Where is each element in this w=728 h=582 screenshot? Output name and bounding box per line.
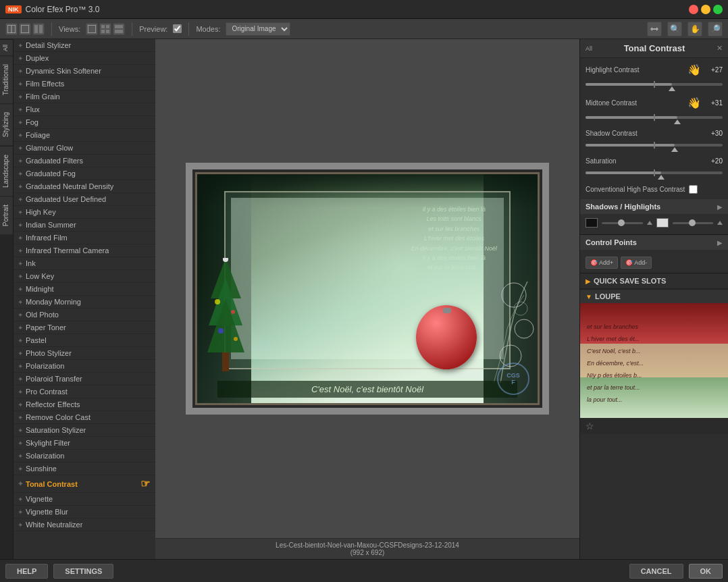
remove-control-point-btn[interactable]: 🎯 Add- [621, 257, 652, 269]
cancel-button[interactable]: CANCEL [629, 564, 683, 579]
maximize-button[interactable] [713, 5, 723, 14]
filter-item[interactable]: ✦ Detail Stylizer [14, 39, 155, 52]
slider-track-3 [586, 171, 723, 174]
tab-all[interactable]: All [0, 39, 13, 55]
filter-star: ✦ [18, 363, 23, 370]
filter-item[interactable]: ✦ Tonal Contrast ☞ [14, 475, 155, 493]
loupe-tool-icon[interactable]: 🔎 [708, 22, 723, 36]
filter-name: Pro Contrast [26, 388, 68, 396]
view-icon-2[interactable] [19, 23, 31, 35]
filter-name: Remove Color Cast [26, 413, 90, 421]
filter-item[interactable]: ✦ White Neutralizer [14, 519, 155, 531]
loupe-arrow: ▼ [586, 293, 592, 300]
filter-item[interactable]: ✦ Saturation Stylizer [14, 424, 155, 437]
filter-item[interactable]: ✦ Ink [14, 257, 155, 270]
layout-icon-3[interactable] [113, 23, 125, 35]
filter-item[interactable]: ✦ Graduated Neutral Density [14, 180, 155, 193]
add-control-point-btn[interactable]: 🎯 Add+ [586, 257, 618, 269]
slider-thumb-2[interactable] [671, 147, 678, 152]
filter-item[interactable]: ✦ Remove Color Cast [14, 411, 155, 424]
filter-item[interactable]: ✦ Indian Summer [14, 219, 155, 232]
filter-item[interactable]: ✦ Skylight Filter [14, 437, 155, 450]
filter-star: ✦ [18, 119, 23, 126]
slider-value-2: +30 [704, 130, 723, 137]
loupe-label: LOUPE [595, 292, 621, 300]
minimize-button[interactable] [701, 5, 710, 14]
filter-item[interactable]: ✦ Film Grain [14, 90, 155, 103]
quick-save-header[interactable]: ▶ QUICK SAVE SLOTS [580, 273, 728, 289]
filter-item[interactable]: ✦ Glamour Glow [14, 142, 155, 155]
tab-traditional[interactable]: Traditional [0, 55, 13, 103]
view-icon-3[interactable] [32, 23, 45, 35]
filter-item[interactable]: ✦ Infrared Film [14, 232, 155, 244]
filter-item[interactable]: ✦ Polaroid Transfer [14, 373, 155, 386]
settings-button[interactable]: SETTINGS [53, 564, 113, 579]
filter-list: ✦ Detail Stylizer ✦ Duplex ✦ Dynamic Ski… [14, 39, 155, 559]
slider-center-3 [654, 169, 655, 176]
modes-select[interactable]: Original Image [226, 22, 290, 36]
filter-item[interactable]: ✦ Solarization [14, 450, 155, 462]
layout-icon-2[interactable] [99, 23, 111, 35]
filter-item[interactable]: ✦ Photo Stylizer [14, 347, 155, 360]
filter-item[interactable]: ✦ Dynamic Skin Softener [14, 65, 155, 78]
filter-item[interactable]: ✦ High Key [14, 206, 155, 219]
filter-item[interactable]: ✦ Foliage [14, 129, 155, 142]
effect-close-icon[interactable]: ✕ [717, 44, 723, 53]
filter-item[interactable]: ✦ Film Effects [14, 78, 155, 90]
hand-tool-icon[interactable]: ✋ [687, 22, 702, 36]
filter-star: ✦ [18, 440, 23, 447]
filter-item[interactable]: ✦ Vignette Blur [14, 506, 155, 519]
tab-stylizing[interactable]: Stylizing [0, 103, 13, 145]
loupe-text-line: En décembre, c'est... [587, 360, 721, 367]
filter-item[interactable]: ✦ Vignette [14, 493, 155, 506]
slider-thumb-3[interactable] [658, 175, 665, 180]
zoom-icon[interactable]: 🔍 [667, 22, 682, 36]
zoom-pan-icon[interactable] [647, 22, 662, 36]
shadow-color-swatch[interactable] [586, 218, 598, 228]
high-pass-checkbox[interactable] [689, 185, 698, 194]
filter-item[interactable]: ✦ Fog [14, 116, 155, 129]
shadows-highlights-label: Shadows / Highlights [586, 203, 660, 211]
tab-portrait[interactable]: Portrait [0, 196, 13, 234]
filter-item[interactable]: ✦ Midnight [14, 283, 155, 296]
filter-item[interactable]: ✦ Graduated Filters [14, 155, 155, 167]
shadows-highlights-header[interactable]: Shadows / Highlights ▶ [580, 199, 728, 214]
filter-item[interactable]: ✦ Pastel [14, 334, 155, 347]
loupe-star-icon[interactable]: ☆ [586, 421, 594, 431]
cp-minus-icon: 🎯 [625, 259, 633, 266]
app-title: Color Efex Pro™ 3.0 [26, 5, 100, 14]
filter-item[interactable]: ✦ Low Key [14, 270, 155, 283]
loupe-header[interactable]: ▼ LOUPE [580, 289, 728, 303]
filter-name: White Neutralizer [26, 521, 82, 529]
filter-item[interactable]: ✦ Sunshine [14, 462, 155, 475]
filter-item[interactable]: ✦ Infrared Thermal Camera [14, 244, 155, 257]
view-icon-1[interactable] [5, 23, 18, 35]
preview-checkbox[interactable] [173, 24, 182, 33]
ok-button[interactable]: OK [689, 564, 723, 579]
filter-item[interactable]: ✦ Monday Morning [14, 296, 155, 309]
filter-item[interactable]: ✦ Paper Toner [14, 321, 155, 334]
shadow-slider[interactable] [602, 222, 643, 224]
filter-name: Indian Summer [26, 221, 76, 229]
highlight-slider[interactable] [673, 222, 714, 224]
layout-icon-1[interactable] [86, 23, 98, 35]
close-button[interactable] [689, 5, 698, 14]
filter-item[interactable]: ✦ Pro Contrast [14, 386, 155, 398]
filter-item[interactable]: ✦ Flux [14, 103, 155, 116]
svg-rect-8 [101, 30, 105, 33]
tab-landscape[interactable]: Landscape [0, 146, 13, 196]
filter-item[interactable]: ✦ Duplex [14, 52, 155, 65]
slider-thumb-1[interactable] [674, 120, 681, 124]
hand-icon-0: 👋 [687, 63, 701, 76]
help-button[interactable]: HELP [5, 564, 48, 579]
filter-item[interactable]: ✦ Old Photo [14, 309, 155, 321]
highlight-color-swatch[interactable] [656, 218, 669, 228]
slider-thumb-0[interactable] [669, 86, 675, 91]
preview-container[interactable]: Il y a des étoiles bien là Les toits son… [155, 39, 579, 538]
filter-item[interactable]: ✦ Polarization [14, 360, 155, 373]
filter-item[interactable]: ✦ Reflector Effects [14, 398, 155, 411]
filter-item[interactable]: ✦ Graduated User Defined [14, 193, 155, 206]
svg-rect-10 [115, 25, 123, 28]
control-points-header[interactable]: Control Points ▶ [580, 235, 728, 250]
filter-item[interactable]: ✦ Graduated Fog [14, 167, 155, 180]
